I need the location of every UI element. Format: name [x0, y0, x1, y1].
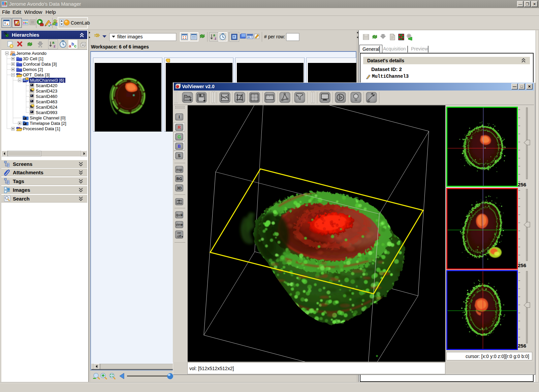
svg-text:ScanID460: ScanID460 [36, 94, 57, 99]
svg-text:z: z [215, 37, 216, 40]
svg-text:ScanID420: ScanID420 [36, 83, 57, 88]
svg-text:ome: ome [2, 4, 7, 6]
svg-text:ScanID993: ScanID993 [36, 110, 57, 115]
svg-text:ScanID463: ScanID463 [36, 99, 57, 104]
svg-text:b: b [71, 41, 74, 46]
svg-text:Processed Data [1]: Processed Data [1] [23, 126, 60, 131]
svg-text:c: c [74, 43, 76, 48]
svg-text:3D Cell [1]: 3D Cell [1] [23, 56, 43, 61]
svg-text:Confocal Data [3]: Confocal Data [3] [23, 62, 57, 67]
svg-text:a: a [69, 43, 71, 48]
svg-text:MultiChannel3 [6]: MultiChannel3 [6] [30, 78, 64, 83]
svg-text:CoenLab: CoenLab [71, 20, 90, 26]
svg-text:Single Channel [0]: Single Channel [0] [30, 115, 65, 120]
svg-text:ScanID423: ScanID423 [36, 88, 57, 94]
svg-text:filter images: filter images [117, 34, 142, 39]
svg-text:ScanID624: ScanID624 [36, 105, 57, 110]
svg-text:Timelapse Data [2]: Timelapse Data [2] [30, 121, 66, 126]
svg-text:OPT_Data [3]: OPT_Data [3] [23, 72, 50, 77]
svg-text:z: z [54, 44, 56, 48]
svg-text:Jerome Avondo: Jerome Avondo [16, 51, 46, 56]
svg-text:# per row:: # per row: [264, 34, 285, 39]
svg-text:Demos [2]: Demos [2] [23, 67, 43, 72]
